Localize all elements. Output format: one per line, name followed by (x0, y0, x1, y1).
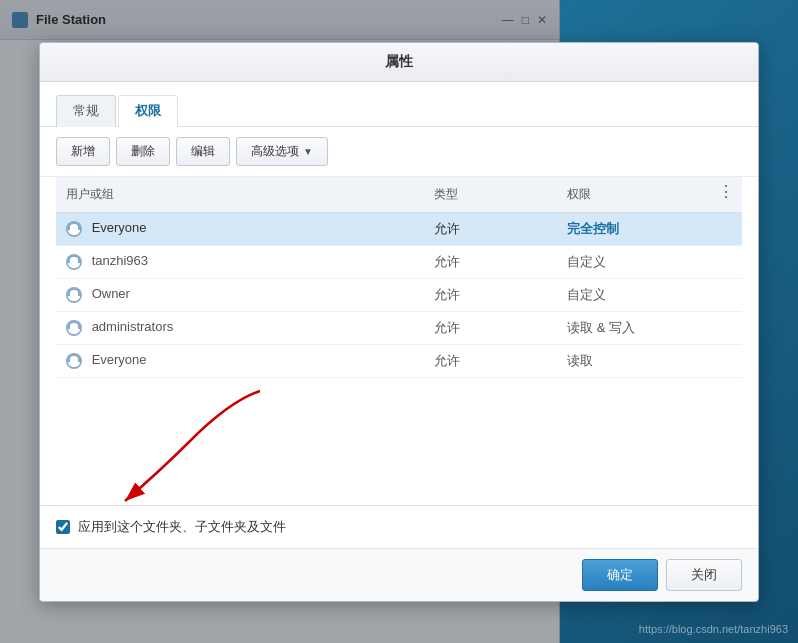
edit-button[interactable]: 编辑 (176, 137, 230, 166)
dropdown-arrow-icon: ▼ (303, 146, 313, 157)
advanced-button[interactable]: 高级选项 ▼ (236, 137, 328, 166)
cell-type: 允许 (424, 278, 558, 311)
table-row[interactable]: tanzhi963 允许 自定义 (56, 245, 742, 278)
user-icon (66, 353, 82, 369)
toolbar: 新增 删除 编辑 高级选项 ▼ (40, 127, 758, 177)
cell-user: Everyone (56, 212, 424, 245)
watermark: https://blog.csdn.net/tanzhi963 (639, 623, 788, 635)
delete-button[interactable]: 删除 (116, 137, 170, 166)
apply-to-subfolders-checkbox[interactable] (56, 520, 70, 534)
table-row[interactable]: Everyone 允许 完全控制 (56, 212, 742, 245)
cell-user: tanzhi963 (56, 245, 424, 278)
tab-general[interactable]: 常规 (56, 95, 116, 127)
tabs-container: 常规 权限 (40, 82, 758, 127)
table-row[interactable]: administrators 允许 读取 & 写入 (56, 311, 742, 344)
cell-type: 允许 (424, 344, 558, 377)
table-row[interactable]: Owner 允许 自定义 (56, 278, 742, 311)
modal-overlay: 属性 常规 权限 新增 删除 编辑 高级选项 ▼ (0, 0, 798, 643)
dialog-titlebar: 属性 (40, 43, 758, 82)
cell-user: Everyone (56, 344, 424, 377)
spacer (40, 441, 758, 505)
table-row[interactable]: Everyone 允许 读取 (56, 344, 742, 377)
cell-type: 允许 (424, 245, 558, 278)
user-icon (66, 254, 82, 270)
apply-to-subfolders-label: 应用到这个文件夹、子文件夹及文件 (78, 518, 286, 536)
cell-type: 允许 (424, 311, 558, 344)
col-header-type: 类型 (424, 177, 558, 213)
cell-user: administrators (56, 311, 424, 344)
user-icon (66, 221, 82, 237)
user-icon (66, 287, 82, 303)
dialog-footer: 确定 关闭 (40, 548, 758, 601)
confirm-button[interactable]: 确定 (582, 559, 658, 591)
cell-type: 允许 (424, 212, 558, 245)
dialog-body: 常规 权限 新增 删除 编辑 高级选项 ▼ 用户或组 (40, 82, 758, 548)
cell-user: Owner (56, 278, 424, 311)
apply-checkbox-row: 应用到这个文件夹、子文件夹及文件 (56, 518, 742, 536)
col-header-permission: 权限 (557, 177, 704, 213)
more-options-icon[interactable] (714, 184, 732, 202)
permissions-table: 用户或组 类型 权限 Everyone (56, 177, 742, 378)
cell-permission: 自定义 (557, 278, 704, 311)
permissions-table-container: 用户或组 类型 权限 Everyone (40, 177, 758, 442)
cell-permission: 自定义 (557, 245, 704, 278)
close-button[interactable]: 关闭 (666, 559, 742, 591)
cell-permission: 完全控制 (557, 212, 704, 245)
properties-dialog: 属性 常规 权限 新增 删除 编辑 高级选项 ▼ (39, 42, 759, 602)
dialog-bottom: 应用到这个文件夹、子文件夹及文件 (40, 505, 758, 548)
cell-permission: 读取 (557, 344, 704, 377)
col-header-more (704, 177, 742, 213)
add-button[interactable]: 新增 (56, 137, 110, 166)
dialog-title: 属性 (385, 53, 413, 69)
col-header-user: 用户或组 (56, 177, 424, 213)
user-icon (66, 320, 82, 336)
cell-permission: 读取 & 写入 (557, 311, 704, 344)
tab-permissions[interactable]: 权限 (118, 95, 178, 127)
